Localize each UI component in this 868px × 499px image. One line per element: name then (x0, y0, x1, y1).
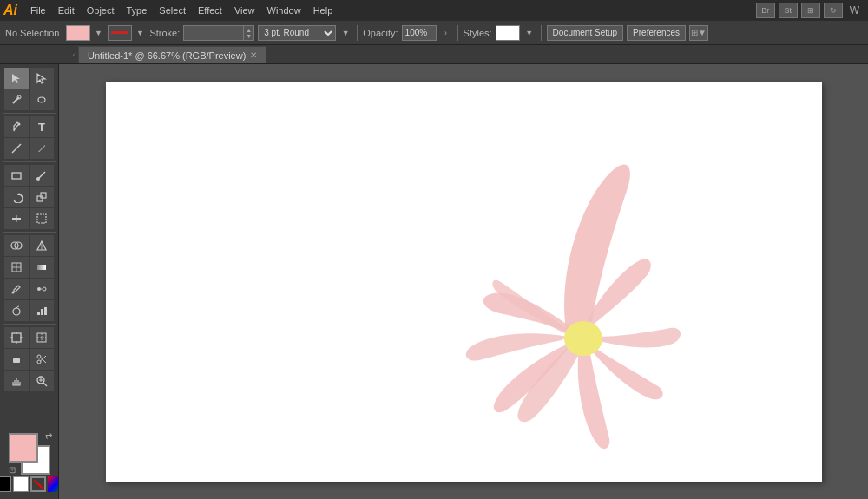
type-tool[interactable]: T (30, 116, 54, 137)
svg-line-43 (43, 383, 47, 386)
svg-rect-12 (37, 214, 46, 223)
foreground-swatch[interactable] (9, 433, 38, 463)
symbol-sprayer-tool[interactable] (4, 300, 29, 321)
none-swatch[interactable] (30, 476, 46, 492)
menu-bar: Ai File Edit Object Type Select Effect V… (0, 0, 868, 21)
black-swatch[interactable] (0, 476, 11, 492)
svg-rect-29 (12, 333, 21, 342)
tool-sep-3 (3, 232, 56, 233)
direct-selection-tool[interactable] (30, 68, 54, 89)
toolbar: No Selection ▼ ▼ Stroke: ▲ ▼ 3 pt. Round… (0, 21, 868, 45)
arrange-btn[interactable]: ⊞▼ (689, 25, 708, 41)
app-logo: Ai (3, 3, 17, 18)
svg-point-21 (12, 292, 15, 294)
canvas-area (59, 64, 868, 499)
magic-wand-tool[interactable] (4, 89, 29, 110)
slice-tool[interactable] (30, 327, 54, 348)
artboard (106, 82, 822, 482)
svg-point-3 (18, 123, 21, 126)
preferences-button[interactable]: Preferences (627, 25, 686, 41)
stroke-style-arrow[interactable]: ▼ (339, 25, 352, 41)
styles-arrow[interactable]: ▼ (523, 25, 536, 41)
eyedropper-tool[interactable] (4, 279, 29, 299)
stroke-swatch[interactable] (108, 25, 132, 41)
menu-effect[interactable]: Effect (192, 3, 228, 17)
selection-label: No Selection (5, 28, 59, 38)
sync-btn[interactable]: ↻ (824, 3, 843, 18)
perspective-grid-tool[interactable] (30, 235, 54, 256)
artboard-tool[interactable] (4, 327, 29, 348)
fill-dropdown[interactable]: ▼ (92, 25, 104, 41)
main-area: T (0, 64, 868, 499)
svg-rect-28 (44, 307, 47, 315)
blend-tool[interactable] (30, 279, 54, 299)
window-controls: W (850, 4, 859, 16)
tool-sep-2 (3, 161, 56, 162)
opacity-input[interactable] (402, 25, 437, 41)
svg-rect-5 (12, 173, 21, 179)
document-setup-button[interactable]: Document Setup (547, 25, 624, 41)
rotate-tool[interactable] (4, 187, 29, 207)
svg-rect-8 (37, 196, 43, 201)
swatch-area: ⇄ ⊡ (9, 433, 50, 475)
reset-colors-btn[interactable]: ⊡ (9, 465, 16, 475)
paintbrush-tool[interactable] (30, 165, 54, 186)
rectangle-tool[interactable] (4, 165, 29, 186)
pen-tool[interactable] (4, 116, 29, 137)
line-tool[interactable] (4, 138, 29, 159)
tool-sep-4 (3, 324, 56, 325)
swap-colors-btn[interactable]: ⇄ (45, 431, 52, 441)
svg-point-25 (13, 308, 20, 315)
stroke-label: Stroke: (149, 28, 180, 38)
stroke-dropdown-arrow[interactable]: ▼ (134, 25, 146, 41)
eraser-tool[interactable] (4, 349, 29, 370)
lasso-tool[interactable] (30, 89, 54, 110)
opacity-arrow[interactable]: › (440, 25, 452, 41)
fill-swatch[interactable] (66, 25, 90, 41)
tab-title: Untitled-1* @ 66.67% (RGB/Preview) (88, 50, 246, 61)
selection-tool[interactable] (4, 68, 29, 89)
shape-builder-tool[interactable] (4, 235, 29, 256)
bridge-btn[interactable]: Br (756, 3, 775, 18)
zoom-tool[interactable] (30, 371, 54, 391)
hand-tool[interactable] (4, 371, 29, 391)
menu-view[interactable]: View (228, 3, 261, 17)
mesh-tool[interactable] (4, 257, 29, 278)
tool-sep-1 (3, 113, 56, 114)
menu-type[interactable]: Type (121, 3, 154, 17)
svg-point-6 (36, 177, 40, 181)
tab-scroll-left[interactable]: ‹ (69, 46, 78, 63)
svg-line-0 (13, 97, 19, 103)
menu-object[interactable]: Object (81, 3, 121, 17)
svg-point-2 (38, 97, 45, 102)
white-swatch[interactable] (13, 476, 29, 492)
svg-rect-26 (37, 312, 40, 315)
styles-swatch[interactable] (496, 25, 520, 41)
svg-rect-37 (13, 358, 20, 363)
active-document-tab[interactable]: Untitled-1* @ 66.67% (RGB/Preview) ✕ (78, 46, 266, 63)
stroke-stepper[interactable]: ▲ ▼ (244, 25, 254, 41)
menu-help[interactable]: Help (307, 3, 339, 17)
workspace-btn[interactable]: ⊞ (801, 3, 820, 18)
styles-label: Styles: (464, 28, 492, 38)
scale-tool[interactable] (30, 187, 54, 207)
toolbox: T (0, 64, 59, 499)
stroke-value-input[interactable] (183, 25, 244, 41)
stroke-style-select[interactable]: 3 pt. Round (258, 25, 336, 41)
stock-btn[interactable]: St (779, 3, 798, 18)
menu-file[interactable]: File (24, 3, 52, 17)
svg-rect-27 (41, 309, 43, 315)
gradient-tool[interactable] (30, 257, 54, 278)
pencil-tool[interactable] (30, 138, 54, 159)
width-tool[interactable] (4, 208, 29, 229)
opacity-label: Opacity: (363, 28, 398, 38)
tab-close-button[interactable]: ✕ (250, 50, 257, 60)
menu-select[interactable]: Select (153, 3, 192, 17)
menu-window[interactable]: Window (261, 3, 307, 17)
gradient-swatch[interactable] (48, 476, 60, 492)
column-graph-tool[interactable] (30, 300, 54, 321)
svg-rect-20 (37, 265, 46, 270)
menu-edit[interactable]: Edit (52, 3, 81, 17)
free-transform-tool[interactable] (30, 208, 54, 229)
scissors-tool[interactable] (30, 349, 54, 370)
